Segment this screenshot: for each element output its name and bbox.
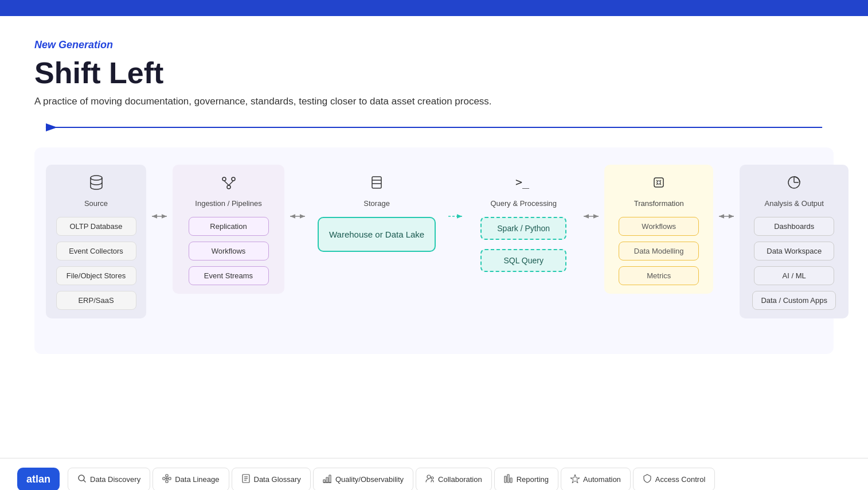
- source-label: Source: [84, 199, 108, 208]
- workflows-transform-box: Workflows: [619, 217, 699, 236]
- ai-ml-box: AI / ML: [754, 266, 834, 285]
- reporting-icon: [504, 474, 513, 485]
- nav-data-lineage[interactable]: Data Lineage: [153, 468, 229, 490]
- nav-data-discovery[interactable]: Data Discovery: [68, 468, 150, 490]
- query-column: >_ Query & Processing Spark / Python SQL…: [469, 165, 578, 281]
- sql-query-box: SQL Query: [480, 249, 566, 272]
- svg-rect-33: [163, 477, 165, 480]
- svg-rect-49: [505, 476, 506, 483]
- svg-rect-36: [166, 480, 168, 483]
- nav-data-discovery-label: Data Discovery: [90, 475, 140, 484]
- nav-data-glossary-label: Data Glossary: [254, 475, 301, 484]
- transform-icon: [650, 173, 668, 196]
- nav-quality-observability[interactable]: Quality/Observability: [313, 468, 413, 490]
- svg-rect-14: [372, 177, 381, 188]
- dashboards-box: Dashboards: [754, 217, 834, 236]
- page-description: A practice of moving documentation, gove…: [34, 96, 834, 107]
- query-icon: >_: [514, 173, 533, 196]
- svg-rect-50: [507, 475, 509, 483]
- nav-reporting[interactable]: Reporting: [494, 468, 558, 490]
- analysis-label: Analysis & Output: [765, 199, 824, 208]
- svg-line-32: [84, 480, 85, 482]
- source-column: Source OLTP Database Event Collectors Fi…: [46, 165, 146, 318]
- custom-apps-box: Data / Custom Apps: [752, 291, 836, 310]
- nav-access-control-label: Access Control: [655, 475, 705, 484]
- page-title: Shift Left: [34, 56, 834, 90]
- svg-rect-45: [329, 475, 331, 483]
- top-bar: [0, 0, 868, 16]
- subtitle: New Generation: [34, 39, 834, 51]
- collaboration-icon: [425, 474, 435, 485]
- arrow-ingestion-storage: [289, 165, 306, 222]
- transformation-items: Workflows Data Modelling Metrics: [619, 217, 699, 285]
- file-object-stores-box: File/Object Stores: [56, 266, 136, 285]
- replication-box: Replication: [189, 217, 269, 236]
- nav-data-glossary[interactable]: Data Glossary: [232, 468, 311, 490]
- atlan-logo[interactable]: atlan: [17, 468, 60, 490]
- svg-rect-51: [510, 478, 512, 483]
- svg-line-10: [229, 181, 233, 185]
- svg-point-7: [232, 177, 235, 181]
- svg-marker-52: [570, 475, 580, 483]
- query-items: Spark / Python SQL Query: [480, 217, 566, 272]
- svg-rect-35: [166, 475, 168, 477]
- source-items: OLTP Database Event Collectors File/Obje…: [56, 217, 136, 310]
- columns-wrapper: Source OLTP Database Event Collectors Fi…: [46, 165, 822, 318]
- access-control-icon: [643, 474, 652, 485]
- svg-rect-44: [326, 477, 328, 483]
- nav-collaboration[interactable]: Collaboration: [416, 468, 492, 490]
- arrow-transform-analysis: [718, 165, 735, 222]
- analysis-icon: [785, 173, 803, 196]
- nav-data-lineage-label: Data Lineage: [175, 475, 219, 484]
- nav-reporting-label: Reporting: [517, 475, 549, 484]
- ingestion-label: Ingestion / Pipelines: [195, 199, 261, 208]
- svg-rect-34: [169, 477, 171, 480]
- architecture-diagram: Source OLTP Database Event Collectors Fi…: [34, 147, 834, 354]
- storage-items: Warehouse or Data Lake: [318, 217, 436, 252]
- quality-icon: [323, 474, 332, 485]
- data-discovery-icon: [77, 474, 87, 485]
- svg-line-9: [224, 181, 229, 185]
- analysis-column: Analysis & Output Dashboards Data Worksp…: [740, 165, 849, 318]
- svg-text:>_: >_: [515, 175, 530, 189]
- data-lineage-icon: [162, 474, 171, 485]
- oltp-database-box: OLTP Database: [56, 217, 136, 236]
- nav-collaboration-label: Collaboration: [438, 475, 482, 484]
- source-icon: [87, 173, 105, 196]
- storage-column: Storage Warehouse or Data Lake: [311, 165, 443, 260]
- svg-point-48: [431, 477, 433, 479]
- event-streams-box: Event Streams: [189, 266, 269, 285]
- svg-point-8: [227, 185, 230, 189]
- nav-access-control[interactable]: Access Control: [633, 468, 715, 490]
- arrow-storage-query: [447, 165, 464, 222]
- svg-point-47: [427, 475, 431, 479]
- data-workspace-box: Data Workspace: [754, 242, 834, 260]
- storage-label: Storage: [363, 199, 390, 208]
- data-modelling-box: Data Modelling: [619, 242, 699, 260]
- data-glossary-icon: [241, 474, 251, 485]
- ingestion-items: Replication Workflows Event Streams: [189, 217, 269, 285]
- svg-rect-43: [323, 480, 325, 483]
- nav-automation-label: Automation: [583, 475, 621, 484]
- transformation-label: Transformation: [634, 199, 684, 208]
- svg-point-6: [222, 177, 226, 181]
- automation-icon: [570, 474, 580, 485]
- metrics-box: Metrics: [619, 266, 699, 285]
- spark-python-box: Spark / Python: [480, 217, 566, 240]
- analysis-items: Dashboards Data Workspace AI / ML Data /…: [752, 217, 836, 310]
- arrow-source-ingestion: [151, 165, 168, 222]
- arrow-query-transform: [582, 165, 600, 222]
- nav-quality-label: Quality/Observability: [335, 475, 404, 484]
- erp-saas-box: ERP/SaaS: [56, 291, 136, 310]
- workflows-ingestion-box: Workflows: [189, 242, 269, 260]
- ingestion-icon: [220, 173, 238, 196]
- storage-icon: [367, 173, 386, 196]
- transformation-column: Transformation Workflows Data Modelling …: [604, 165, 713, 294]
- warehouse-box: Warehouse or Data Lake: [318, 217, 436, 252]
- arrow-line: [34, 119, 834, 136]
- nav-automation[interactable]: Automation: [561, 468, 631, 490]
- query-label: Query & Processing: [490, 199, 557, 208]
- main-content: New Generation Shift Left A practice of …: [0, 16, 868, 458]
- event-collectors-box: Event Collectors: [56, 242, 136, 260]
- bottom-nav-bar: atlan Data Discovery Data Lineage: [0, 458, 868, 490]
